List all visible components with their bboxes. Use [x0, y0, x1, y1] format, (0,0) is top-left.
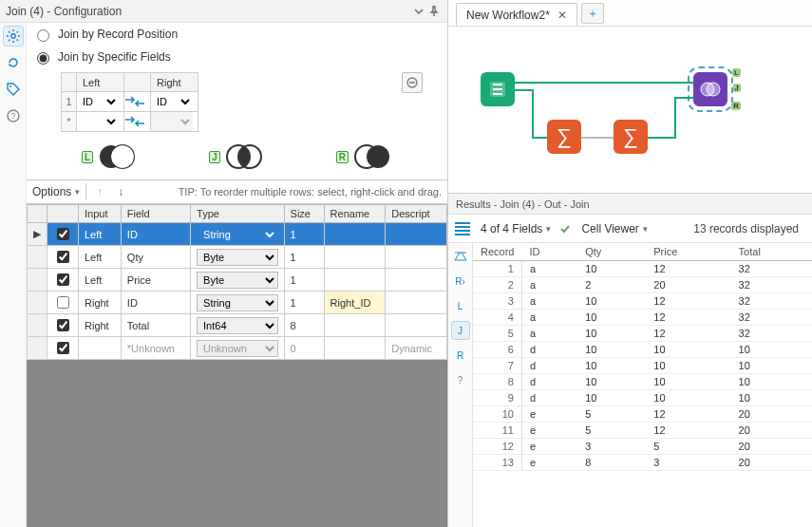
row-selector[interactable] — [28, 314, 47, 337]
fields-picker[interactable]: 4 of 4 Fields▾ — [481, 222, 572, 235]
col-rename[interactable]: Rename — [324, 205, 386, 223]
row-selector[interactable] — [28, 246, 47, 269]
rail-anchor-r[interactable]: R — [451, 346, 470, 365]
swap-arrows-icon[interactable] — [124, 112, 151, 132]
pin-icon[interactable] — [426, 1, 442, 22]
close-icon[interactable]: ✕ — [557, 9, 567, 22]
field-include-checkbox[interactable] — [57, 319, 69, 331]
join-by-position-radio[interactable]: Join by Record Position — [27, 23, 447, 46]
results-row[interactable]: 9d101010 — [473, 390, 812, 406]
field-row[interactable]: RightTotalInt648 — [28, 314, 447, 337]
col-input[interactable]: Input — [79, 205, 122, 223]
rail-right-in[interactable]: R› — [451, 272, 470, 291]
cell-rename[interactable] — [324, 337, 386, 360]
col-size[interactable]: Size — [284, 205, 324, 223]
results-row[interactable]: 12e3520 — [473, 439, 812, 455]
field-row[interactable]: RightIDString1Right_ID — [28, 292, 447, 314]
col-descr[interactable]: Descript — [386, 205, 447, 223]
field-include-checkbox[interactable] — [57, 296, 69, 309]
results-row[interactable]: 10e51220 — [473, 406, 812, 423]
nav-arrow-icon[interactable] — [4, 53, 23, 72]
row-selector[interactable] — [28, 269, 47, 292]
row-selector[interactable]: ▶ — [28, 223, 47, 246]
col-total[interactable]: Total — [731, 243, 812, 261]
join-by-fields-radio[interactable]: Join by Specific Fields — [27, 46, 447, 68]
jk-left-select-1[interactable]: ID — [77, 92, 119, 111]
field-include-checkbox[interactable] — [57, 273, 69, 286]
options-menu[interactable]: Options▾ — [32, 185, 80, 198]
rail-metadata[interactable] — [451, 247, 470, 266]
join-tool-node[interactable]: L J R — [693, 72, 727, 106]
jk-right-select-1[interactable]: ID — [151, 92, 193, 111]
results-row[interactable]: 6d101010 — [473, 342, 812, 358]
venn-right[interactable]: R — [336, 143, 392, 170]
help-icon[interactable]: ? — [4, 106, 23, 125]
results-row[interactable]: 11e51220 — [473, 423, 812, 439]
table-view-icon[interactable] — [454, 221, 471, 236]
cell-rename[interactable] — [324, 269, 386, 292]
arrow-up-icon[interactable]: ↑ — [92, 181, 107, 202]
results-row[interactable]: 1a101232 — [473, 261, 812, 277]
field-include-checkbox[interactable] — [57, 251, 69, 263]
cell-rename[interactable] — [324, 223, 386, 246]
remove-row-button[interactable] — [402, 72, 423, 93]
type-select[interactable]: Byte — [197, 272, 278, 289]
type-select[interactable]: Byte — [197, 249, 278, 266]
jk-left-select-new[interactable] — [77, 112, 119, 131]
chevron-down-icon[interactable] — [411, 1, 426, 22]
field-row[interactable]: LeftQtyByte1 — [28, 246, 447, 269]
field-include-checkbox[interactable] — [57, 228, 69, 240]
col-price[interactable]: Price — [646, 243, 730, 261]
field-row[interactable]: ▶LeftIDString1 — [28, 223, 447, 246]
results-row[interactable]: 5a101232 — [473, 326, 812, 342]
cell-viewer-picker[interactable]: Cell Viewer▾ — [581, 222, 647, 235]
config-title: Join (4) - Configuration — [6, 5, 122, 18]
swap-arrows-icon[interactable] — [124, 92, 151, 112]
workflow-canvas[interactable]: ∑ ∑ L J R — [448, 27, 812, 194]
results-row[interactable]: 2a22032 — [473, 277, 812, 293]
input-tool-node[interactable] — [481, 72, 515, 106]
cell-size: 1 — [284, 223, 324, 246]
rail-anchor-j[interactable]: J — [451, 321, 470, 340]
venn-join[interactable]: J — [209, 143, 264, 170]
gear-icon[interactable] — [4, 27, 23, 46]
field-row[interactable]: LeftPriceByte1 — [28, 269, 447, 292]
col-id[interactable]: ID — [521, 243, 577, 261]
cell-price: 10 — [646, 358, 730, 374]
type-select[interactable]: String — [197, 226, 278, 243]
col-field[interactable]: Field — [121, 205, 190, 223]
cell-total: 32 — [731, 310, 812, 326]
col-qty[interactable]: Qty — [577, 243, 646, 261]
cell-rename[interactable] — [324, 246, 386, 269]
arrow-down-icon[interactable]: ↓ — [113, 181, 128, 202]
cell-input: Right — [79, 314, 122, 337]
rail-help-icon[interactable]: ? — [451, 370, 470, 389]
results-row[interactable]: 3a101232 — [473, 293, 812, 310]
fields-grid[interactable]: Input Field Type Size Rename Descript ▶L… — [27, 204, 447, 360]
summarize-tool-node-2[interactable]: ∑ — [614, 120, 648, 154]
type-select[interactable]: Unknown — [197, 340, 278, 357]
field-include-checkbox[interactable] — [57, 342, 69, 354]
results-table[interactable]: Record ID Qty Price Total 1a1012322a2203… — [473, 243, 812, 471]
venn-left[interactable]: L — [82, 143, 137, 170]
cell-record: 4 — [473, 310, 521, 326]
row-selector[interactable] — [28, 337, 47, 360]
type-select[interactable]: Int64 — [197, 317, 278, 334]
results-row[interactable]: 4a101232 — [473, 310, 812, 326]
cell-record: 3 — [473, 293, 521, 310]
row-selector[interactable] — [28, 292, 47, 314]
type-select[interactable]: String — [197, 294, 278, 311]
cell-rename[interactable] — [324, 314, 386, 337]
results-row[interactable]: 13e8320 — [473, 455, 812, 471]
tag-icon[interactable] — [4, 80, 23, 99]
field-row[interactable]: *UnknownUnknown0Dynamic — [28, 337, 447, 360]
new-tab-button[interactable]: ＋ — [581, 3, 604, 24]
col-type[interactable]: Type — [191, 205, 285, 223]
cell-rename[interactable]: Right_ID — [324, 292, 386, 314]
results-row[interactable]: 8d101010 — [473, 374, 812, 390]
summarize-tool-node-1[interactable]: ∑ — [547, 120, 581, 154]
col-record[interactable]: Record — [473, 243, 521, 261]
results-row[interactable]: 7d101010 — [473, 358, 812, 374]
workflow-tab[interactable]: New Workflow2* ✕ — [456, 3, 577, 26]
rail-anchor-l[interactable]: L — [451, 296, 470, 315]
